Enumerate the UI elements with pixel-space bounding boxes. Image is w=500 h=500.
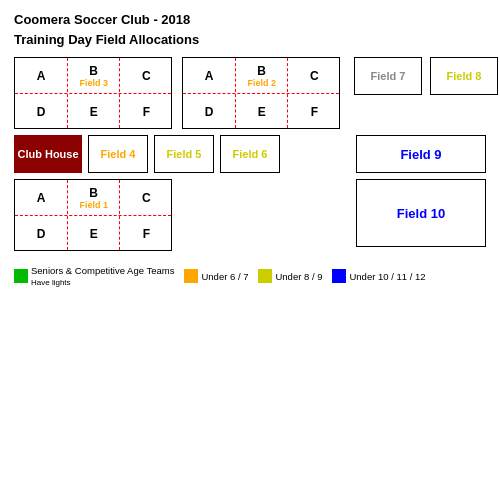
bottom-row: A BField 1 C D E F Field 10 (14, 179, 486, 251)
bcell-C-top: C (120, 180, 172, 216)
rcell-A-top: A (183, 58, 235, 94)
cell-A-top: A (15, 58, 67, 94)
legend-label-u8: Under 8 / 9 (275, 271, 322, 282)
right-field-grid: A BField 2 C D E F (182, 57, 340, 129)
rcell-E-top: E (236, 94, 288, 130)
legend-item-u8: Under 8 / 9 (258, 269, 322, 283)
bcell-B-top: BField 1 (68, 180, 120, 216)
cell-C-top: C (120, 58, 172, 94)
field9-box: Field 9 (356, 135, 486, 173)
title-line1: Coomera Soccer Club - 2018 (14, 10, 486, 30)
middle-row: Club House Field 4 Field 5 Field 6 Field… (14, 135, 486, 173)
rcell-B-top: BField 2 (236, 58, 288, 94)
rcell-D-top: D (183, 94, 235, 130)
bcell-A-top: A (15, 180, 67, 216)
field8-box: Field 8 (430, 57, 498, 95)
legend-label-u10: Under 10 / 11 / 12 (349, 271, 425, 282)
rcell-C-top: C (288, 58, 340, 94)
legend: Seniors & Competitive Age Teams Have lig… (14, 265, 486, 287)
top-right-fields: Field 7 Field 8 (354, 57, 498, 95)
cell-B-top: BField 3 (68, 58, 120, 94)
field5-box: Field 5 (154, 135, 214, 173)
field7-box: Field 7 (354, 57, 422, 95)
legend-item-seniors: Seniors & Competitive Age Teams Have lig… (14, 265, 174, 287)
legend-label-seniors: Seniors & Competitive Age Teams (31, 265, 174, 276)
page: Coomera Soccer Club - 2018 Training Day … (0, 0, 500, 500)
bcell-D-top: D (15, 216, 67, 252)
legend-label-u6: Under 6 / 7 (201, 271, 248, 282)
legend-item-u6: Under 6 / 7 (184, 269, 248, 283)
rcell-F-top: F (288, 94, 340, 130)
legend-note-seniors: Have lights (31, 278, 174, 287)
cell-F-top: F (120, 94, 172, 130)
bcell-F-top: F (120, 216, 172, 252)
legend-color-green (14, 269, 28, 283)
field4-box: Field 4 (88, 135, 148, 173)
left-field-grid: A BField 3 C D E F (14, 57, 172, 129)
legend-color-orange (184, 269, 198, 283)
cell-E-top: E (68, 94, 120, 130)
main-content: A BField 3 C D E F A BField 2 C D (14, 57, 486, 287)
cell-D-top: D (15, 94, 67, 130)
title-line2: Training Day Field Allocations (14, 30, 486, 50)
legend-item-u10: Under 10 / 11 / 12 (332, 269, 425, 283)
field6-box: Field 6 (220, 135, 280, 173)
field10-box: Field 10 (356, 179, 486, 247)
header: Coomera Soccer Club - 2018 Training Day … (14, 10, 486, 49)
clubhouse-box: Club House (14, 135, 82, 173)
legend-color-yellow (258, 269, 272, 283)
legend-color-blue (332, 269, 346, 283)
bcell-E-top: E (68, 216, 120, 252)
bottom-field-grid: A BField 1 C D E F (14, 179, 172, 251)
